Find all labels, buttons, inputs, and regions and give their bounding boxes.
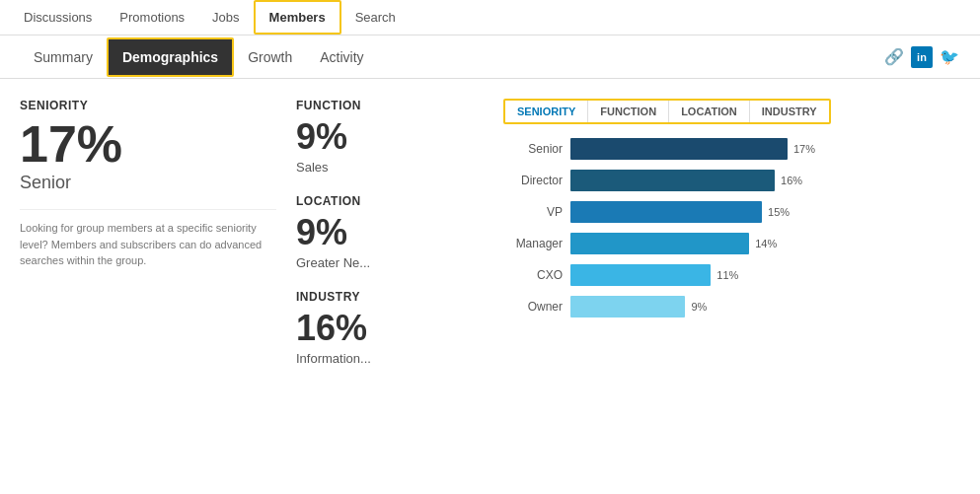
- chart-tab-seniority[interactable]: SENIORITY: [505, 101, 588, 122]
- chart-tab-industry[interactable]: INDUSTRY: [750, 101, 829, 122]
- sub-navigation: Summary Demographics Growth Activity 🔗 i…: [0, 35, 980, 79]
- bar-label: CXO: [503, 268, 563, 282]
- bar-chart: Senior17%Director16%VP15%Manager14%CXO11…: [503, 138, 960, 318]
- bar-label: Director: [503, 174, 563, 187]
- industry-section: INDUSTRY 16% Information...: [296, 290, 484, 366]
- bar-row: Senior17%: [503, 138, 960, 160]
- bar-value: 11%: [716, 269, 738, 281]
- chart-panel: SENIORITYFUNCTIONLOCATIONINDUSTRY Senior…: [503, 99, 960, 474]
- twitter-icon[interactable]: 🐦: [939, 46, 960, 68]
- subnav-activity[interactable]: Activity: [306, 39, 377, 75]
- bar-value: 16%: [781, 175, 802, 186]
- seniority-label: Senior: [20, 173, 276, 193]
- industry-title: INDUSTRY: [296, 290, 484, 304]
- bar-container: 11%: [570, 264, 960, 286]
- nav-discussions[interactable]: Discussions: [10, 2, 106, 33]
- bar-fill: [570, 170, 775, 191]
- main-content: SENIORITY 17% Senior Looking for group m…: [0, 79, 980, 494]
- nav-members[interactable]: Members: [254, 0, 341, 35]
- seniority-description: Looking for group members at a specific …: [20, 209, 276, 269]
- chart-tab-group: SENIORITYFUNCTIONLOCATIONINDUSTRY: [503, 99, 831, 124]
- location-label: Greater Ne...: [296, 255, 484, 270]
- top-navigation: Discussions Promotions Jobs Members Sear…: [0, 0, 980, 35]
- bar-value: 14%: [755, 238, 777, 249]
- chart-tab-location[interactable]: LOCATION: [669, 101, 750, 122]
- bar-row: VP15%: [503, 201, 960, 223]
- location-section: LOCATION 9% Greater Ne...: [296, 194, 484, 270]
- bar-row: Owner9%: [503, 296, 960, 318]
- subnav-summary[interactable]: Summary: [20, 39, 107, 75]
- bar-label: VP: [503, 205, 563, 219]
- seniority-title: SENIORITY: [20, 99, 276, 112]
- bar-fill: [570, 264, 711, 286]
- bar-label: Owner: [503, 300, 563, 314]
- industry-percent: 16%: [296, 308, 484, 349]
- function-section: FUNCTION 9% Sales: [296, 99, 484, 175]
- location-title: LOCATION: [296, 194, 484, 208]
- bar-container: 17%: [570, 138, 960, 160]
- function-label: Sales: [296, 160, 484, 175]
- bar-value: 15%: [768, 206, 790, 218]
- bar-fill: [570, 138, 788, 160]
- bar-fill: [570, 233, 749, 254]
- bar-fill: [570, 296, 685, 318]
- bar-container: 14%: [570, 233, 960, 254]
- nav-search[interactable]: Search: [341, 2, 410, 33]
- bar-row: Manager14%: [503, 233, 960, 254]
- location-percent: 9%: [296, 212, 484, 253]
- link-icon[interactable]: 🔗: [883, 46, 905, 68]
- bar-container: 16%: [570, 170, 960, 191]
- nav-jobs[interactable]: Jobs: [198, 2, 253, 33]
- linkedin-icon[interactable]: in: [911, 46, 933, 68]
- bar-container: 9%: [570, 296, 960, 318]
- bar-value: 9%: [691, 301, 707, 313]
- function-percent: 9%: [296, 116, 484, 158]
- social-icons-group: 🔗 in 🐦: [883, 46, 960, 68]
- industry-label: Information...: [296, 351, 484, 366]
- bar-container: 15%: [570, 201, 960, 223]
- subnav-growth[interactable]: Growth: [234, 39, 306, 75]
- seniority-percent: 17%: [20, 116, 276, 173]
- bar-value: 17%: [793, 143, 815, 155]
- bar-label: Manager: [503, 237, 563, 250]
- bar-fill: [570, 201, 762, 223]
- subnav-demographics[interactable]: Demographics: [107, 37, 234, 77]
- chart-tab-function[interactable]: FUNCTION: [588, 101, 669, 122]
- bar-row: Director16%: [503, 170, 960, 191]
- bar-row: CXO11%: [503, 264, 960, 286]
- function-title: FUNCTION: [296, 99, 484, 112]
- middle-panel: FUNCTION 9% Sales LOCATION 9% Greater Ne…: [296, 99, 484, 474]
- bar-label: Senior: [503, 142, 563, 156]
- seniority-panel: SENIORITY 17% Senior Looking for group m…: [20, 99, 276, 474]
- nav-promotions[interactable]: Promotions: [106, 2, 198, 33]
